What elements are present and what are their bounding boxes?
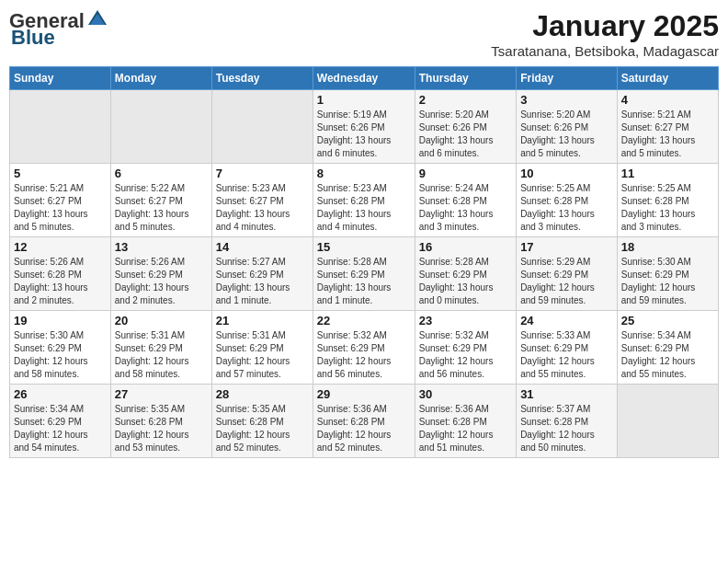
day-number: 28 bbox=[216, 387, 309, 401]
day-number: 24 bbox=[520, 314, 613, 327]
logo-blue-text: Blue bbox=[11, 26, 55, 50]
page-header: General Blue January 2025 Tsaratanana, B… bbox=[9, 9, 719, 59]
day-info: Sunrise: 5:28 AMSunset: 6:29 PMDaylight:… bbox=[419, 256, 512, 307]
day-number: 25 bbox=[621, 314, 714, 327]
calendar-cell: 2Sunrise: 5:20 AMSunset: 6:26 PMDaylight… bbox=[415, 90, 516, 164]
day-info: Sunrise: 5:35 AMSunset: 6:28 PMDaylight:… bbox=[216, 403, 309, 454]
calendar-cell: 16Sunrise: 5:28 AMSunset: 6:29 PMDayligh… bbox=[415, 237, 516, 311]
day-number: 22 bbox=[317, 314, 411, 327]
calendar-cell: 13Sunrise: 5:26 AMSunset: 6:29 PMDayligh… bbox=[110, 237, 211, 311]
day-number: 14 bbox=[216, 240, 309, 254]
weekday-header-saturday: Saturday bbox=[617, 67, 718, 90]
week-row-2: 5Sunrise: 5:21 AMSunset: 6:27 PMDaylight… bbox=[10, 164, 719, 237]
day-info: Sunrise: 5:32 AMSunset: 6:29 PMDaylight:… bbox=[317, 329, 411, 381]
day-number: 12 bbox=[14, 240, 107, 254]
month-title: January 2025 bbox=[491, 9, 719, 43]
day-number: 16 bbox=[419, 240, 512, 254]
day-info: Sunrise: 5:24 AMSunset: 6:28 PMDaylight:… bbox=[419, 182, 512, 234]
day-info: Sunrise: 5:33 AMSunset: 6:29 PMDaylight:… bbox=[520, 329, 613, 381]
day-info: Sunrise: 5:21 AMSunset: 6:27 PMDaylight:… bbox=[14, 182, 107, 234]
calendar-cell: 11Sunrise: 5:25 AMSunset: 6:28 PMDayligh… bbox=[617, 164, 718, 237]
day-number: 21 bbox=[216, 314, 309, 327]
day-number: 19 bbox=[14, 314, 107, 327]
day-info: Sunrise: 5:27 AMSunset: 6:29 PMDaylight:… bbox=[216, 256, 309, 307]
day-number: 30 bbox=[419, 387, 512, 401]
day-number: 9 bbox=[419, 167, 512, 180]
day-number: 8 bbox=[317, 167, 411, 180]
day-info: Sunrise: 5:36 AMSunset: 6:28 PMDaylight:… bbox=[317, 403, 411, 454]
calendar-cell: 18Sunrise: 5:30 AMSunset: 6:29 PMDayligh… bbox=[617, 237, 718, 311]
calendar-cell: 20Sunrise: 5:31 AMSunset: 6:29 PMDayligh… bbox=[110, 311, 211, 385]
day-number: 31 bbox=[520, 387, 613, 401]
calendar-cell: 17Sunrise: 5:29 AMSunset: 6:29 PMDayligh… bbox=[517, 237, 618, 311]
day-info: Sunrise: 5:31 AMSunset: 6:29 PMDaylight:… bbox=[115, 329, 208, 381]
calendar-cell: 3Sunrise: 5:20 AMSunset: 6:26 PMDaylight… bbox=[517, 90, 618, 164]
day-number: 23 bbox=[419, 314, 512, 327]
day-number: 29 bbox=[317, 387, 411, 401]
day-number: 26 bbox=[14, 387, 107, 401]
calendar-cell: 28Sunrise: 5:35 AMSunset: 6:28 PMDayligh… bbox=[211, 385, 313, 458]
calendar-cell: 31Sunrise: 5:37 AMSunset: 6:28 PMDayligh… bbox=[517, 385, 618, 458]
day-info: Sunrise: 5:25 AMSunset: 6:28 PMDaylight:… bbox=[520, 182, 613, 234]
calendar-cell: 29Sunrise: 5:36 AMSunset: 6:28 PMDayligh… bbox=[313, 385, 415, 458]
calendar-cell bbox=[617, 385, 718, 458]
calendar-cell: 26Sunrise: 5:34 AMSunset: 6:29 PMDayligh… bbox=[10, 385, 111, 458]
weekday-header-friday: Friday bbox=[517, 67, 618, 90]
calendar-cell: 8Sunrise: 5:23 AMSunset: 6:28 PMDaylight… bbox=[313, 164, 415, 237]
calendar-cell: 1Sunrise: 5:19 AMSunset: 6:26 PMDaylight… bbox=[313, 90, 415, 164]
calendar-cell: 6Sunrise: 5:22 AMSunset: 6:27 PMDaylight… bbox=[110, 164, 211, 237]
day-info: Sunrise: 5:22 AMSunset: 6:27 PMDaylight:… bbox=[115, 182, 208, 234]
calendar-cell: 5Sunrise: 5:21 AMSunset: 6:27 PMDaylight… bbox=[10, 164, 111, 237]
week-row-4: 19Sunrise: 5:30 AMSunset: 6:29 PMDayligh… bbox=[10, 311, 719, 385]
weekday-header-monday: Monday bbox=[110, 67, 211, 90]
day-info: Sunrise: 5:35 AMSunset: 6:28 PMDaylight:… bbox=[115, 403, 208, 454]
day-number: 17 bbox=[520, 240, 613, 254]
day-info: Sunrise: 5:25 AMSunset: 6:28 PMDaylight:… bbox=[621, 182, 714, 234]
day-info: Sunrise: 5:30 AMSunset: 6:29 PMDaylight:… bbox=[621, 256, 714, 307]
weekday-header-row: SundayMondayTuesdayWednesdayThursdayFrid… bbox=[10, 67, 719, 90]
day-info: Sunrise: 5:26 AMSunset: 6:28 PMDaylight:… bbox=[14, 256, 107, 307]
calendar-cell: 19Sunrise: 5:30 AMSunset: 6:29 PMDayligh… bbox=[10, 311, 111, 385]
weekday-header-thursday: Thursday bbox=[415, 67, 516, 90]
day-number: 6 bbox=[115, 167, 208, 180]
day-info: Sunrise: 5:30 AMSunset: 6:29 PMDaylight:… bbox=[14, 329, 107, 381]
day-info: Sunrise: 5:32 AMSunset: 6:29 PMDaylight:… bbox=[419, 329, 512, 381]
calendar-cell: 4Sunrise: 5:21 AMSunset: 6:27 PMDaylight… bbox=[617, 90, 718, 164]
calendar-cell bbox=[211, 90, 313, 164]
title-area: January 2025 Tsaratanana, Betsiboka, Mad… bbox=[491, 9, 719, 59]
day-info: Sunrise: 5:21 AMSunset: 6:27 PMDaylight:… bbox=[621, 109, 714, 160]
week-row-1: 1Sunrise: 5:19 AMSunset: 6:26 PMDaylight… bbox=[10, 90, 719, 164]
day-number: 20 bbox=[115, 314, 208, 327]
calendar-cell: 14Sunrise: 5:27 AMSunset: 6:29 PMDayligh… bbox=[211, 237, 313, 311]
calendar-cell: 22Sunrise: 5:32 AMSunset: 6:29 PMDayligh… bbox=[313, 311, 415, 385]
day-number: 13 bbox=[115, 240, 208, 254]
calendar-cell: 9Sunrise: 5:24 AMSunset: 6:28 PMDaylight… bbox=[415, 164, 516, 237]
day-number: 7 bbox=[216, 167, 309, 180]
day-number: 3 bbox=[520, 93, 613, 107]
calendar-cell: 15Sunrise: 5:28 AMSunset: 6:29 PMDayligh… bbox=[313, 237, 415, 311]
day-info: Sunrise: 5:23 AMSunset: 6:28 PMDaylight:… bbox=[317, 182, 411, 234]
calendar-cell: 30Sunrise: 5:36 AMSunset: 6:28 PMDayligh… bbox=[415, 385, 516, 458]
day-info: Sunrise: 5:34 AMSunset: 6:29 PMDaylight:… bbox=[621, 329, 714, 381]
day-info: Sunrise: 5:31 AMSunset: 6:29 PMDaylight:… bbox=[216, 329, 309, 381]
calendar-cell: 10Sunrise: 5:25 AMSunset: 6:28 PMDayligh… bbox=[517, 164, 618, 237]
day-info: Sunrise: 5:28 AMSunset: 6:29 PMDaylight:… bbox=[317, 256, 411, 307]
day-info: Sunrise: 5:34 AMSunset: 6:29 PMDaylight:… bbox=[14, 403, 107, 454]
calendar-cell bbox=[10, 90, 111, 164]
day-number: 15 bbox=[317, 240, 411, 254]
day-number: 18 bbox=[621, 240, 714, 254]
calendar-cell: 25Sunrise: 5:34 AMSunset: 6:29 PMDayligh… bbox=[617, 311, 718, 385]
calendar-table: SundayMondayTuesdayWednesdayThursdayFrid… bbox=[9, 66, 719, 458]
day-info: Sunrise: 5:36 AMSunset: 6:28 PMDaylight:… bbox=[419, 403, 512, 454]
calendar-cell: 21Sunrise: 5:31 AMSunset: 6:29 PMDayligh… bbox=[211, 311, 313, 385]
day-info: Sunrise: 5:29 AMSunset: 6:29 PMDaylight:… bbox=[520, 256, 613, 307]
calendar-cell: 27Sunrise: 5:35 AMSunset: 6:28 PMDayligh… bbox=[110, 385, 211, 458]
day-info: Sunrise: 5:23 AMSunset: 6:27 PMDaylight:… bbox=[216, 182, 309, 234]
day-number: 4 bbox=[621, 93, 714, 107]
week-row-3: 12Sunrise: 5:26 AMSunset: 6:28 PMDayligh… bbox=[10, 237, 719, 311]
day-info: Sunrise: 5:26 AMSunset: 6:29 PMDaylight:… bbox=[115, 256, 208, 307]
calendar-cell: 24Sunrise: 5:33 AMSunset: 6:29 PMDayligh… bbox=[517, 311, 618, 385]
location-title: Tsaratanana, Betsiboka, Madagascar bbox=[491, 43, 719, 59]
day-number: 27 bbox=[115, 387, 208, 401]
calendar-cell: 23Sunrise: 5:32 AMSunset: 6:29 PMDayligh… bbox=[415, 311, 516, 385]
